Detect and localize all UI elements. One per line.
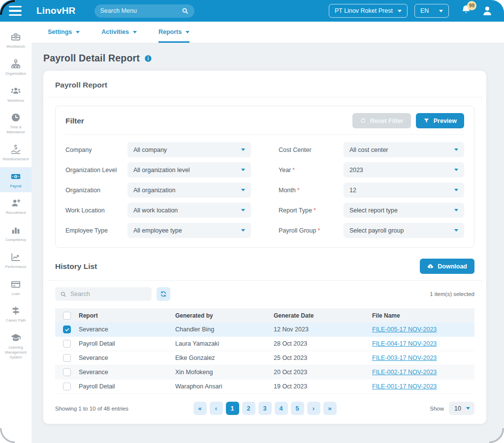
preview-button[interactable]: Preview: [416, 113, 464, 128]
filter-title: Filter: [65, 117, 84, 125]
sidebar-item-recruitment[interactable]: Recruitment: [0, 194, 32, 219]
column-header-generate-date: Generate Date: [274, 312, 372, 319]
refresh-icon: [160, 291, 167, 297]
sidebar-item-lms[interactable]: Learning Management System: [0, 328, 32, 363]
row-checkbox[interactable]: [63, 340, 71, 348]
month-select[interactable]: 12: [344, 182, 464, 198]
year-select[interactable]: 2023: [344, 162, 464, 177]
tab-activities[interactable]: Activities: [101, 22, 137, 43]
user-icon: [481, 5, 493, 17]
history-search-input[interactable]: [70, 291, 150, 297]
pagination-page-1[interactable]: 1: [226, 402, 239, 415]
chevron-down-icon: [439, 10, 443, 12]
pagination-prev-button[interactable]: ‹: [210, 402, 223, 415]
field-label-employee-type: Employee Type: [65, 227, 127, 234]
company-selector[interactable]: PT Linov Roket Prestasi: [329, 4, 408, 18]
pagination-page-4[interactable]: 4: [275, 402, 288, 415]
file-link[interactable]: FILE-005-17 NOV-2023: [372, 326, 437, 333]
field-label-payroll-group: Payroll Group*: [279, 227, 344, 234]
page-content: Payroll Detail Report Payroll Report Fil…: [32, 43, 504, 443]
reset-filter-button[interactable]: Reset Filter: [352, 113, 411, 128]
page-size-select[interactable]: 10: [449, 402, 474, 415]
payroll-report-card: Payroll Report Filter Reset Filter: [43, 71, 486, 424]
app-window: LinovHR PT Linov Roket Prestasi EN 99: [0, 0, 504, 443]
sidebar-item-organization[interactable]: Organization: [0, 55, 32, 80]
app-logo: LinovHR: [36, 5, 76, 16]
info-icon[interactable]: [144, 55, 152, 62]
module-tabbar: Settings Activities Reports: [32, 22, 504, 43]
divider: [47, 97, 482, 97]
divider: [47, 280, 482, 281]
row-checkbox[interactable]: [63, 383, 71, 390]
chevron-down-icon: [241, 229, 245, 232]
table-row: Payroll Detail Waraphon Ansari 19 Oct 20…: [55, 380, 474, 394]
column-header-report: Report: [79, 312, 175, 319]
tab-reports[interactable]: Reports: [158, 22, 189, 43]
pagination-page-5[interactable]: 5: [291, 402, 304, 415]
sidebar-item-performance[interactable]: Performance: [0, 248, 32, 273]
sidebar-item-workbench[interactable]: Workbench: [0, 28, 32, 53]
pagination-page-3[interactable]: 3: [258, 402, 272, 415]
row-checkbox[interactable]: [63, 325, 71, 333]
file-link[interactable]: FILE-002-17 NOV-2023: [372, 369, 437, 376]
table-row: Payroll Detail Laura Yamazaki 28 Oct 202…: [55, 337, 474, 351]
chevron-down-icon: [76, 31, 80, 33]
recruitment-icon: [10, 198, 21, 208]
global-search-input[interactable]: [100, 7, 182, 14]
language-selector[interactable]: EN: [414, 4, 449, 18]
cost-center-select[interactable]: All cost center: [344, 142, 464, 157]
chevron-down-icon: [466, 407, 470, 410]
field-label-year: Year*: [279, 167, 344, 174]
select-all-checkbox[interactable]: [63, 312, 71, 320]
required-marker: *: [317, 227, 320, 234]
required-marker: *: [297, 187, 300, 194]
chevron-down-icon: [241, 169, 245, 171]
work-location-select[interactable]: All work location: [127, 203, 251, 218]
report-type-select[interactable]: Select report type: [344, 203, 464, 218]
sidebar-item-time-attendance[interactable]: Time & Attendance: [0, 108, 32, 139]
table-row: Severance Elke Gonzalez 25 Oct 2023 FILE…: [55, 351, 474, 365]
check-icon: [64, 327, 70, 332]
sidebar-item-reimbursement[interactable]: Reimbursement: [0, 140, 32, 166]
sidebar-item-payroll[interactable]: Payroll: [0, 167, 32, 193]
sidebar-item-loan[interactable]: Loan: [0, 275, 32, 300]
file-link[interactable]: FILE-001-17 NOV-2023: [372, 383, 437, 390]
reimbursement-icon: [10, 144, 21, 155]
top-navbar: LinovHR PT Linov Roket Prestasi EN 99: [0, 0, 504, 22]
pagination-first-button[interactable]: «: [193, 402, 207, 415]
refresh-button[interactable]: [157, 287, 170, 301]
pagination-next-button[interactable]: ›: [307, 402, 320, 415]
row-checkbox[interactable]: [63, 368, 71, 376]
company-filter-select[interactable]: All company: [127, 142, 251, 157]
graduation-cap-icon: [10, 332, 21, 343]
file-link[interactable]: FILE-004-17 NOV-2023: [372, 340, 437, 347]
pagination-page-2[interactable]: 2: [242, 402, 255, 415]
organization-select[interactable]: All organization: [127, 182, 251, 198]
column-header-generated-by: Generated by: [175, 312, 274, 319]
organization-level-select[interactable]: All organization level: [127, 162, 251, 177]
column-header-file-name: File Name: [372, 312, 474, 319]
employee-type-select[interactable]: All employee type: [127, 223, 251, 238]
hamburger-menu-icon[interactable]: [9, 6, 22, 16]
organization-icon: [10, 59, 21, 69]
chevron-down-icon: [454, 148, 458, 151]
tab-settings[interactable]: Settings: [48, 22, 80, 43]
payroll-group-select[interactable]: Select payroll group: [344, 223, 464, 238]
funnel-icon: [423, 118, 430, 124]
sidebar-item-workforce[interactable]: Workforce: [0, 82, 32, 107]
notifications-button[interactable]: 99: [461, 4, 472, 17]
card-title: Payroll Report: [55, 81, 474, 89]
file-link[interactable]: FILE-003-17 NOV-2023: [372, 354, 437, 361]
chevron-down-icon: [454, 189, 458, 191]
download-button[interactable]: Download: [420, 259, 474, 274]
user-profile-button[interactable]: [481, 5, 493, 17]
global-search: [94, 4, 194, 18]
reset-icon: [360, 118, 366, 124]
clock-icon: [10, 112, 21, 123]
field-label-report-type: Report Type*: [279, 207, 344, 214]
row-checkbox[interactable]: [63, 354, 71, 362]
sidebar-item-competency[interactable]: Competency: [0, 221, 32, 246]
pagination-last-button[interactable]: »: [323, 402, 337, 415]
sidebar-item-career-path[interactable]: Career Path: [0, 301, 32, 327]
career-path-icon: [10, 305, 21, 316]
